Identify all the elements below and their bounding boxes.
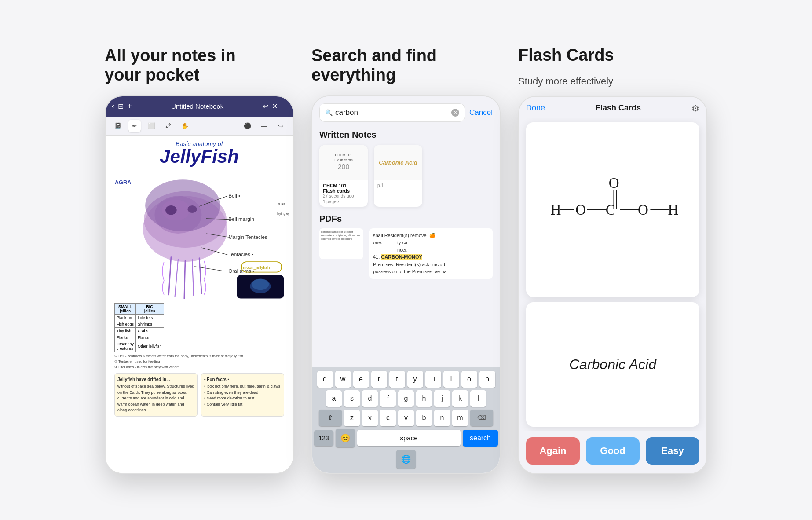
carbonic-acid-svg: H O C O <box>535 131 691 288</box>
brush-size-icon[interactable]: ⚫ <box>241 120 253 132</box>
notebook-tool-icon[interactable]: 📓 <box>112 120 124 132</box>
key-num[interactable]: 123 <box>314 430 333 446</box>
add-page-icon[interactable]: + <box>127 101 132 111</box>
easy-button[interactable]: Easy <box>646 437 699 465</box>
key-v[interactable]: v <box>398 410 414 426</box>
svg-line-9 <box>184 261 185 298</box>
toolbar-right-icons: ↩ ✕ ··· <box>263 102 287 110</box>
key-c[interactable]: c <box>380 410 396 426</box>
drawing-toolbar: 📓 ✒ ⬜ 🖍 ✋ ⚫ — ↪ <box>106 117 293 136</box>
key-d[interactable]: d <box>362 390 378 407</box>
key-search[interactable]: search <box>463 430 498 447</box>
key-r[interactable]: r <box>371 371 387 388</box>
svg-text:H: H <box>550 202 561 218</box>
key-l[interactable]: l <box>470 390 486 407</box>
key-o[interactable]: o <box>461 371 477 388</box>
cancel-button[interactable]: Cancel <box>469 108 493 117</box>
phone2-inner: 🔍 carbon ✕ Cancel Written Notes <box>312 96 500 473</box>
key-z[interactable]: z <box>344 410 360 426</box>
result-card-1-pages: 1 page › <box>323 199 364 204</box>
flashcard-back[interactable]: Carbonic Acid <box>526 302 699 427</box>
close-icon[interactable]: ✕ <box>272 102 278 110</box>
panel3-title: Flash Cards <box>518 46 614 65</box>
eraser-tool-icon[interactable]: ⬜ <box>145 120 157 132</box>
good-button[interactable]: Good <box>586 437 640 465</box>
again-button[interactable]: Again <box>526 437 580 465</box>
panel-1: All your notes inyour pocket ‹ ⊞ + Untit… <box>105 46 294 473</box>
result-card-1[interactable]: CHEM 101Flash cards200 CHEM 101Flash car… <box>319 145 368 207</box>
result-card-1-info: CHEM 101Flash cards 27 seconds ago 1 pag… <box>319 180 368 207</box>
svg-point-6 <box>187 205 197 213</box>
key-h[interactable]: h <box>416 390 432 407</box>
panel-2: Search and findeverything 🔍 carbon ✕ Can… <box>311 46 501 473</box>
done-button[interactable]: Done <box>526 103 545 113</box>
pdf-thumb-text: Lorem ipsum dolor sit amet consectetur a… <box>321 230 362 241</box>
key-i[interactable]: i <box>443 371 459 388</box>
phone1-inner: ‹ ⊞ + Untitled Notebook ↩ ✕ ··· 📓 ✒ ⬜ 🖍 <box>106 96 293 473</box>
key-t[interactable]: t <box>389 371 405 388</box>
svg-text:AGRA: AGRA <box>115 179 132 186</box>
keyboard: q w e r t y u i o p a s d <box>312 367 500 473</box>
search-box[interactable]: 🔍 carbon ✕ <box>319 103 465 122</box>
phone-2: 🔍 carbon ✕ Cancel Written Notes <box>311 95 501 474</box>
key-y[interactable]: y <box>407 371 423 388</box>
search-value: carbon <box>335 108 449 117</box>
key-q[interactable]: q <box>317 371 333 388</box>
key-e[interactable]: e <box>353 371 369 388</box>
written-notes-header: Written Notes <box>319 130 493 140</box>
result-card-2[interactable]: Carbonic Acid p.1 <box>374 145 422 207</box>
back-icon[interactable]: ‹ <box>112 102 114 111</box>
panel1-title: All your notes inyour pocket <box>105 46 236 84</box>
svg-text:Tentacles •: Tentacles • <box>228 251 253 257</box>
pdf-content-preview: shall Resident(s) remove 🍊one. ty ca nce… <box>369 228 493 279</box>
flashcard-area: H O C O <box>519 118 706 431</box>
key-delete[interactable]: ⌫ <box>470 410 493 426</box>
flashcard-buttons: Again Good Easy <box>519 431 706 473</box>
highlighter-tool-icon[interactable]: 🖍 <box>162 120 174 132</box>
more-icon[interactable]: ··· <box>281 102 287 110</box>
svg-text:s.aa: s.aa <box>278 202 285 206</box>
key-w[interactable]: w <box>335 371 351 388</box>
key-k[interactable]: k <box>452 390 468 407</box>
phone-3: Done Flash Cards ⚙ H O <box>518 96 707 474</box>
key-s[interactable]: s <box>344 390 360 407</box>
flashcard-back-text: Carbonic Acid <box>569 356 656 373</box>
key-n[interactable]: n <box>434 410 450 426</box>
notebook-toolbar: ‹ ⊞ + Untitled Notebook ↩ ✕ ··· <box>106 96 293 117</box>
search-clear-icon[interactable]: ✕ <box>451 109 459 117</box>
notebook-title: Untitled Notebook <box>136 103 259 110</box>
flashcard-front[interactable]: H O C O <box>526 122 699 297</box>
written-notes-results: CHEM 101Flash cards200 CHEM 101Flash car… <box>319 145 493 207</box>
flashcard-header: Done Flash Cards ⚙ <box>519 97 706 118</box>
key-m[interactable]: m <box>452 410 468 426</box>
key-b[interactable]: b <box>416 410 432 426</box>
result-card-2-page: p.1 <box>377 183 419 188</box>
pdfs-header: PDFs <box>319 214 493 224</box>
key-j[interactable]: j <box>434 390 450 407</box>
jellyfish-title: JellyFish <box>110 147 289 166</box>
undo-icon[interactable]: ↩ <box>263 102 268 110</box>
pdf-thumb: Lorem ipsum dolor sit amet consectetur a… <box>319 228 363 259</box>
search-bar-area: 🔍 carbon ✕ Cancel <box>312 96 500 125</box>
search-input-row: 🔍 carbon ✕ Cancel <box>319 103 493 122</box>
key-g[interactable]: g <box>398 390 414 407</box>
pen-tool-icon[interactable]: ✒ <box>128 120 141 132</box>
svg-point-4 <box>145 179 220 231</box>
kb-row-1: q w e r t y u i o p <box>314 371 498 388</box>
key-emoji[interactable]: 😊 <box>336 429 355 447</box>
svg-point-26 <box>252 278 269 290</box>
grid-icon[interactable]: ⊞ <box>118 102 124 110</box>
key-space[interactable]: space <box>357 430 461 446</box>
panel-3: Flash Cards Study more effectively Done … <box>518 46 707 474</box>
key-p[interactable]: p <box>479 371 495 388</box>
key-u[interactable]: u <box>425 371 441 388</box>
undo-draw-icon[interactable]: ↪ <box>274 120 287 132</box>
key-shift[interactable]: ⇧ <box>319 410 342 426</box>
key-a[interactable]: a <box>326 390 342 407</box>
key-f[interactable]: f <box>380 390 396 407</box>
shape-tool-icon[interactable]: ✋ <box>179 120 191 132</box>
color-icon[interactable]: — <box>258 120 270 132</box>
filter-icon[interactable]: ⚙ <box>691 103 699 114</box>
key-x[interactable]: x <box>362 410 378 426</box>
key-globe[interactable]: 🌐 <box>396 450 416 469</box>
